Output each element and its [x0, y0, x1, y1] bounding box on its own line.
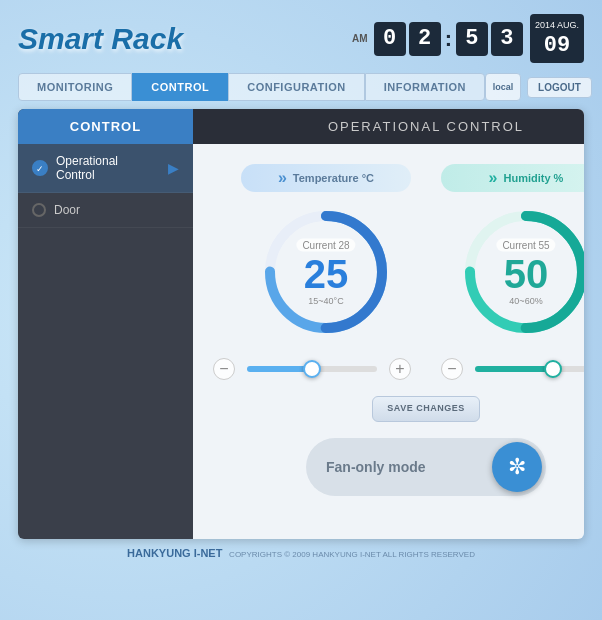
sidebar-item-label-operational: Operational Control	[56, 154, 160, 182]
humidity-gauge: Current 55 50 40~60%	[456, 202, 584, 342]
temperature-gauge: Current 28 25 15~40°C	[256, 202, 396, 342]
temperature-range: 15~40°C	[296, 296, 355, 306]
sidebar-item-label-door: Door	[54, 203, 80, 217]
temperature-label: Temperature °C	[293, 172, 374, 184]
clock-area: AM 0 2 : 5 3 2014 AUG. 09	[352, 14, 584, 63]
humidity-gauge-section: » Humidity % Current 55 50 40~60%	[441, 164, 584, 342]
date-box: 2014 AUG. 09	[530, 14, 584, 63]
radio-icon	[32, 203, 46, 217]
tab-control[interactable]: CONTROL	[132, 73, 228, 101]
humidity-arrow-icon: »	[489, 169, 498, 187]
sidebar: CONTROL Operational Control ▶ Door	[18, 109, 193, 539]
temperature-decrease-button[interactable]: −	[213, 358, 235, 380]
temperature-slider-row: − +	[213, 358, 411, 380]
humidity-decrease-button[interactable]: −	[441, 358, 463, 380]
hour-digit-1: 0	[374, 22, 406, 56]
clock-colon: :	[445, 26, 452, 52]
panel-body: » Temperature °C Current 28 25 15~40°C	[193, 144, 584, 539]
humidity-slider-track[interactable]	[475, 366, 584, 372]
temperature-value: 25	[296, 254, 355, 294]
app-title: Smart Rack	[18, 22, 183, 56]
fan-mode-button[interactable]: ✼	[492, 442, 542, 492]
ampm-label: AM	[352, 33, 368, 44]
temperature-slider-thumb[interactable]	[303, 360, 321, 378]
tab-monitoring[interactable]: MONITORING	[18, 73, 132, 101]
header: Smart Rack AM 0 2 : 5 3 2014 AUG. 09	[0, 0, 602, 73]
humidity-value: 50	[496, 254, 555, 294]
gauges-row: » Temperature °C Current 28 25 15~40°C	[241, 164, 584, 342]
sidebar-item-operational[interactable]: Operational Control ▶	[18, 144, 193, 193]
hour-digit-2: 2	[409, 22, 441, 56]
humidity-slider-thumb[interactable]	[544, 360, 562, 378]
footer-brand: HANKYUNG I-NET	[127, 547, 222, 559]
tab-configuration[interactable]: CONFIGURATION	[228, 73, 365, 101]
logout-button[interactable]: LOGOUT	[527, 77, 592, 98]
temperature-gauge-section: » Temperature °C Current 28 25 15~40°C	[241, 164, 411, 342]
temperature-current: Current 28	[296, 239, 355, 252]
temperature-arrow-icon: »	[278, 169, 287, 187]
humidity-slider-row: − +	[441, 358, 584, 380]
min-digit-1: 5	[456, 22, 488, 56]
temperature-slider-track[interactable]	[247, 366, 377, 372]
local-button[interactable]: local	[485, 73, 521, 101]
fan-icon: ✼	[508, 454, 526, 480]
fan-mode-row: Fan-only mode ✼	[306, 438, 546, 496]
main-content: CONTROL Operational Control ▶ Door OPERA…	[18, 109, 584, 539]
humidity-label: Humidity %	[504, 172, 564, 184]
date-day: 09	[535, 32, 579, 61]
sliders-row: − + − +	[213, 358, 584, 380]
humidity-label-bar: » Humidity %	[441, 164, 584, 192]
check-icon	[32, 160, 48, 176]
humidity-gauge-inner: Current 55 50 40~60%	[496, 239, 555, 306]
temperature-label-bar: » Temperature °C	[241, 164, 411, 192]
date-month: 2014 AUG.	[535, 20, 579, 30]
footer-copyright: COPYRIGHTS © 2009 HANKYUNG I-NET ALL RIG…	[229, 550, 475, 559]
nav-right-controls: local LOGOUT	[485, 73, 592, 101]
right-panel: OPERATIONAL CONTROL » Temperature °C	[193, 109, 584, 539]
panel-header: OPERATIONAL CONTROL	[193, 109, 584, 144]
temperature-gauge-inner: Current 28 25 15~40°C	[296, 239, 355, 306]
fan-mode-label: Fan-only mode	[326, 459, 426, 475]
humidity-range: 40~60%	[496, 296, 555, 306]
min-digit-2: 3	[491, 22, 523, 56]
arrow-right-icon: ▶	[168, 160, 179, 176]
sidebar-item-door[interactable]: Door	[18, 193, 193, 228]
save-changes-button[interactable]: SAVE CHANGES	[372, 396, 479, 422]
nav-tabs: MONITORING CONTROL CONFIGURATION INFORMA…	[0, 73, 602, 101]
humidity-current: Current 55	[496, 239, 555, 252]
sidebar-header: CONTROL	[18, 109, 193, 144]
tab-information[interactable]: INFORMATION	[365, 73, 485, 101]
temperature-increase-button[interactable]: +	[389, 358, 411, 380]
footer: HANKYUNG I-NET COPYRIGHTS © 2009 HANKYUN…	[0, 539, 602, 567]
